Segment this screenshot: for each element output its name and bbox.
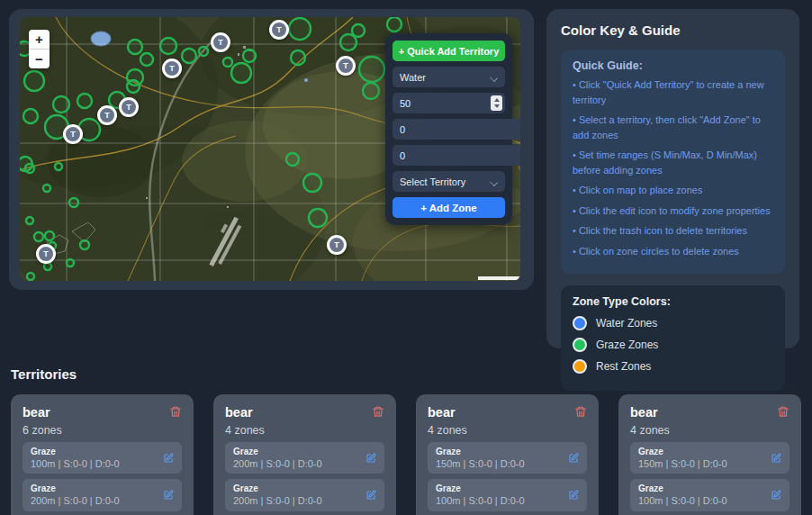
territory-select[interactable]: Select Territory xyxy=(392,171,505,192)
zone-circle[interactable] xyxy=(199,47,208,56)
edit-icon xyxy=(163,453,174,464)
map-panel: TTTTTTTTT + − + Quick Add Territory Wate… xyxy=(9,9,534,290)
zone-type-select[interactable]: Water xyxy=(392,67,505,87)
zone-circle[interactable] xyxy=(53,96,69,113)
zone-type-select-value: Water xyxy=(400,72,426,83)
zone-circle[interactable] xyxy=(340,34,356,50)
edit-zone-button[interactable] xyxy=(163,490,174,501)
territory-name: bear xyxy=(630,405,658,420)
zone-circle[interactable] xyxy=(34,232,43,241)
delete-territory-button[interactable] xyxy=(169,405,182,419)
guide-item: • Select a territory, then click "Add Zo… xyxy=(573,113,773,142)
zone-type-label: Graze xyxy=(31,446,120,457)
zone-circle[interactable] xyxy=(140,53,153,66)
zoom-out-button[interactable]: − xyxy=(29,50,50,68)
zone-circle[interactable] xyxy=(289,18,311,40)
territory-marker[interactable]: T xyxy=(162,59,182,78)
zone-circle[interactable] xyxy=(24,71,44,91)
s-min-stepper[interactable] xyxy=(392,119,520,140)
zone-circle[interactable] xyxy=(67,259,74,267)
delete-territory-button[interactable] xyxy=(372,405,384,419)
guide-item: • Click the edit icon to modify zone pro… xyxy=(573,203,773,219)
zone-circle[interactable] xyxy=(359,57,384,82)
territory-marker[interactable]: T xyxy=(269,20,289,40)
territory-marker[interactable]: T xyxy=(336,56,356,76)
zone-type-label: Graze xyxy=(233,483,322,494)
zoom-in-button[interactable]: + xyxy=(29,30,50,49)
zone-circle[interactable] xyxy=(45,231,54,240)
zone-circle[interactable] xyxy=(127,80,140,93)
zone-circle[interactable] xyxy=(160,38,176,54)
territory-select-value: Select Territory xyxy=(400,176,465,187)
zone-circle[interactable] xyxy=(231,63,251,83)
guide-item: • Click on map to place zones xyxy=(573,183,773,198)
territory-card: bear4 zonesGraze200m | S:0-0 | D:0-0Graz… xyxy=(213,394,396,515)
territory-marker[interactable]: T xyxy=(63,124,83,144)
d-min-stepper[interactable] xyxy=(392,145,520,166)
zone-circle[interactable] xyxy=(387,17,401,32)
quick-guide-title: Quick Guide: xyxy=(573,59,773,72)
zone-circle[interactable] xyxy=(309,209,327,227)
zone-text: Graze100m | S:0-0 | D:0-0 xyxy=(638,483,727,507)
edit-zone-button[interactable] xyxy=(568,490,579,501)
zone-circle[interactable] xyxy=(43,185,50,192)
trash-icon xyxy=(169,405,182,419)
add-zone-button[interactable]: + Add Zone xyxy=(392,197,505,218)
zone-circle[interactable] xyxy=(55,163,62,170)
zone-circle[interactable] xyxy=(286,153,299,166)
zone-details-label: 200m | S:0-0 | D:0-0 xyxy=(31,494,120,507)
guide-item: • Click "Quick Add Territory" to create … xyxy=(573,77,773,107)
zone-circle[interactable] xyxy=(128,40,142,54)
edit-zone-button[interactable] xyxy=(771,453,781,464)
map-canvas[interactable]: TTTTTTTTT + − + Quick Add Territory Wate… xyxy=(20,17,520,281)
zone-circle[interactable] xyxy=(182,49,196,63)
edit-zone-button[interactable] xyxy=(365,490,376,501)
edit-icon xyxy=(771,453,781,464)
d-min-input[interactable] xyxy=(395,150,520,161)
zone-circle[interactable] xyxy=(291,50,305,65)
zone-circle[interactable] xyxy=(26,217,33,224)
territory-marker[interactable]: T xyxy=(119,97,139,117)
delete-territory-button[interactable] xyxy=(574,405,587,419)
territory-card-header: bear xyxy=(23,405,182,420)
zone-circle[interactable] xyxy=(77,94,92,108)
edit-icon xyxy=(568,453,579,464)
spinner-arrows-icon[interactable] xyxy=(491,95,502,111)
territory-marker[interactable]: T xyxy=(97,105,117,125)
zone-circle[interactable] xyxy=(303,174,321,192)
edit-zone-button[interactable] xyxy=(163,453,174,464)
zone-circle[interactable] xyxy=(243,50,256,62)
chevron-down-icon xyxy=(491,74,498,81)
territory-marker[interactable]: T xyxy=(327,235,347,255)
territory-card: bear4 zonesGraze150m | S:0-0 | D:0-0Graz… xyxy=(618,394,801,515)
territories-section-title: Territories xyxy=(11,366,77,382)
zone-circle[interactable] xyxy=(80,240,89,249)
zone-circle[interactable] xyxy=(27,273,34,280)
zone-circle[interactable] xyxy=(25,164,34,173)
s-min-input[interactable] xyxy=(395,124,520,135)
quick-add-territory-button[interactable]: + Quick Add Territory xyxy=(392,41,505,61)
edit-icon xyxy=(365,453,376,464)
zone-circle[interactable] xyxy=(44,263,51,270)
zone-type-colors-title: Zone Type Colors: xyxy=(573,295,773,308)
radius-input[interactable] xyxy=(395,98,491,109)
territory-zone-count: 6 zones xyxy=(23,424,182,437)
edit-zone-button[interactable] xyxy=(568,453,579,464)
zone-type-label: Graze xyxy=(638,446,727,457)
zone-text: Graze150m | S:0-0 | D:0-0 xyxy=(638,446,727,470)
territory-marker[interactable]: T xyxy=(36,244,56,264)
zone-circle[interactable] xyxy=(223,58,232,67)
zone-color-label: Graze Zones xyxy=(596,339,658,351)
edit-zone-button[interactable] xyxy=(365,453,376,464)
zone-text: Graze200m | S:0-0 | D:0-0 xyxy=(233,446,322,470)
edit-zone-button[interactable] xyxy=(771,490,781,501)
zone-circle[interactable] xyxy=(69,198,78,207)
delete-territory-button[interactable] xyxy=(777,405,789,419)
zone-circle[interactable] xyxy=(363,83,379,99)
zone-details-label: 100m | S:0-0 | D:0-0 xyxy=(31,457,120,470)
radius-stepper[interactable] xyxy=(392,93,505,113)
trash-icon xyxy=(574,405,587,419)
zone-circle[interactable] xyxy=(23,109,38,123)
territory-marker[interactable]: T xyxy=(211,32,230,52)
map-zoom-control: + − xyxy=(29,30,50,68)
